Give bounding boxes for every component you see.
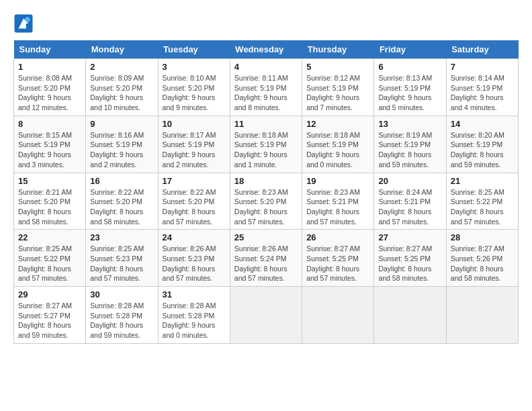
calendar-cell: 20Sunrise: 8:24 AMSunset: 5:21 PMDayligh… [374,173,446,230]
weekday-header-row: SundayMondayTuesdayWednesdayThursdayFrid… [14,40,519,59]
page-header [13,13,519,34]
calendar-cell: 11Sunrise: 8:18 AMSunset: 5:19 PMDayligh… [230,116,302,173]
day-info: Sunrise: 8:23 AMSunset: 5:20 PMDaylight:… [234,188,288,226]
calendar-cell: 27Sunrise: 8:27 AMSunset: 5:25 PMDayligh… [374,230,446,287]
day-number: 25 [234,232,298,242]
calendar-cell: 14Sunrise: 8:20 AMSunset: 5:19 PMDayligh… [446,116,518,173]
calendar-cell: 10Sunrise: 8:17 AMSunset: 5:19 PMDayligh… [158,116,230,173]
day-number: 28 [451,232,514,242]
day-info: Sunrise: 8:17 AMSunset: 5:19 PMDaylight:… [163,131,216,169]
day-info: Sunrise: 8:13 AMSunset: 5:19 PMDaylight:… [378,74,432,111]
day-info: Sunrise: 8:14 AMSunset: 5:19 PMDaylight:… [451,74,504,111]
day-number: 2 [90,62,153,72]
day-number: 15 [18,176,81,186]
day-info: Sunrise: 8:18 AMSunset: 5:19 PMDaylight:… [306,131,360,169]
day-info: Sunrise: 8:12 AMSunset: 5:19 PMDaylight:… [306,74,360,111]
calendar-cell: 12Sunrise: 8:18 AMSunset: 5:19 PMDayligh… [302,116,374,173]
calendar-cell: 25Sunrise: 8:26 AMSunset: 5:24 PMDayligh… [230,230,302,287]
calendar-cell: 26Sunrise: 8:27 AMSunset: 5:25 PMDayligh… [302,230,374,287]
day-info: Sunrise: 8:19 AMSunset: 5:19 PMDaylight:… [378,131,432,169]
day-number: 27 [378,232,441,242]
calendar-cell: 3Sunrise: 8:10 AMSunset: 5:20 PMDaylight… [158,59,230,116]
calendar-cell: 9Sunrise: 8:16 AMSunset: 5:19 PMDaylight… [86,116,158,173]
day-info: Sunrise: 8:09 AMSunset: 5:20 PMDaylight:… [90,74,144,111]
calendar-cell [374,287,446,344]
day-info: Sunrise: 8:23 AMSunset: 5:21 PMDaylight:… [306,188,360,226]
calendar-week-row: 8Sunrise: 8:15 AMSunset: 5:19 PMDaylight… [14,116,519,173]
calendar-week-row: 29Sunrise: 8:27 AMSunset: 5:27 PMDayligh… [14,287,519,344]
day-info: Sunrise: 8:11 AMSunset: 5:19 PMDaylight:… [234,74,288,111]
day-number: 22 [18,232,81,242]
calendar-cell: 13Sunrise: 8:19 AMSunset: 5:19 PMDayligh… [374,116,446,173]
day-info: Sunrise: 8:22 AMSunset: 5:20 PMDaylight:… [90,188,144,226]
day-number: 29 [18,289,81,300]
day-info: Sunrise: 8:10 AMSunset: 5:20 PMDaylight:… [163,74,216,111]
weekday-header: Tuesday [158,40,230,59]
day-info: Sunrise: 8:25 AMSunset: 5:22 PMDaylight:… [18,244,72,282]
weekday-header: Monday [86,40,158,59]
calendar-cell: 5Sunrise: 8:12 AMSunset: 5:19 PMDaylight… [302,59,374,116]
calendar-cell: 19Sunrise: 8:23 AMSunset: 5:21 PMDayligh… [302,173,374,230]
calendar-cell [230,287,302,344]
day-info: Sunrise: 8:20 AMSunset: 5:19 PMDaylight:… [451,131,504,169]
calendar-week-row: 22Sunrise: 8:25 AMSunset: 5:22 PMDayligh… [14,230,519,287]
day-number: 13 [378,119,441,129]
calendar-cell [446,287,518,344]
day-info: Sunrise: 8:28 AMSunset: 5:28 PMDaylight:… [90,302,144,339]
calendar-cell: 18Sunrise: 8:23 AMSunset: 5:20 PMDayligh… [230,173,302,230]
calendar-cell: 29Sunrise: 8:27 AMSunset: 5:27 PMDayligh… [14,287,86,344]
calendar-week-row: 1Sunrise: 8:08 AMSunset: 5:20 PMDaylight… [14,59,519,116]
day-number: 1 [18,62,81,72]
day-info: Sunrise: 8:25 AMSunset: 5:23 PMDaylight:… [90,244,144,282]
calendar-cell: 16Sunrise: 8:22 AMSunset: 5:20 PMDayligh… [86,173,158,230]
calendar-cell: 1Sunrise: 8:08 AMSunset: 5:20 PMDaylight… [14,59,86,116]
calendar-cell: 15Sunrise: 8:21 AMSunset: 5:20 PMDayligh… [14,173,86,230]
day-number: 26 [306,232,369,242]
day-info: Sunrise: 8:25 AMSunset: 5:22 PMDaylight:… [451,188,504,226]
weekday-header: Wednesday [230,40,302,59]
day-number: 3 [163,62,226,72]
calendar-cell: 17Sunrise: 8:22 AMSunset: 5:20 PMDayligh… [158,173,230,230]
day-number: 11 [234,119,298,129]
day-info: Sunrise: 8:28 AMSunset: 5:28 PMDaylight:… [163,302,216,339]
day-info: Sunrise: 8:08 AMSunset: 5:20 PMDaylight:… [18,74,72,111]
day-number: 16 [90,176,153,186]
calendar-cell: 8Sunrise: 8:15 AMSunset: 5:19 PMDaylight… [14,116,86,173]
day-number: 5 [306,62,369,72]
day-info: Sunrise: 8:18 AMSunset: 5:19 PMDaylight:… [234,131,288,169]
day-info: Sunrise: 8:27 AMSunset: 5:25 PMDaylight:… [378,244,432,282]
day-info: Sunrise: 8:27 AMSunset: 5:26 PMDaylight:… [451,244,504,282]
calendar-table: SundayMondayTuesdayWednesdayThursdayFrid… [13,40,519,344]
day-number: 4 [234,62,298,72]
logo-icon [13,13,34,34]
day-info: Sunrise: 8:21 AMSunset: 5:20 PMDaylight:… [18,188,72,226]
day-number: 21 [451,176,514,186]
day-number: 18 [234,176,298,186]
day-number: 19 [306,176,369,186]
day-info: Sunrise: 8:27 AMSunset: 5:25 PMDaylight:… [306,244,360,282]
calendar-cell: 7Sunrise: 8:14 AMSunset: 5:19 PMDaylight… [446,59,518,116]
day-info: Sunrise: 8:22 AMSunset: 5:20 PMDaylight:… [163,188,216,226]
weekday-header: Saturday [446,40,518,59]
calendar-cell: 2Sunrise: 8:09 AMSunset: 5:20 PMDaylight… [86,59,158,116]
calendar-cell: 31Sunrise: 8:28 AMSunset: 5:28 PMDayligh… [158,287,230,344]
weekday-header: Friday [374,40,446,59]
calendar-cell: 6Sunrise: 8:13 AMSunset: 5:19 PMDaylight… [374,59,446,116]
weekday-header: Thursday [302,40,374,59]
day-info: Sunrise: 8:27 AMSunset: 5:27 PMDaylight:… [18,302,72,339]
day-info: Sunrise: 8:16 AMSunset: 5:19 PMDaylight:… [90,131,144,169]
day-number: 6 [378,62,441,72]
day-info: Sunrise: 8:26 AMSunset: 5:24 PMDaylight:… [234,244,288,282]
day-number: 8 [18,119,81,129]
day-info: Sunrise: 8:26 AMSunset: 5:23 PMDaylight:… [163,244,216,282]
calendar-cell: 22Sunrise: 8:25 AMSunset: 5:22 PMDayligh… [14,230,86,287]
calendar-cell: 21Sunrise: 8:25 AMSunset: 5:22 PMDayligh… [446,173,518,230]
calendar-cell [302,287,374,344]
svg-point-2 [25,17,30,22]
calendar-cell: 28Sunrise: 8:27 AMSunset: 5:26 PMDayligh… [446,230,518,287]
calendar-week-row: 15Sunrise: 8:21 AMSunset: 5:20 PMDayligh… [14,173,519,230]
weekday-header: Sunday [14,40,86,59]
day-number: 20 [378,176,441,186]
day-number: 17 [163,176,226,186]
day-info: Sunrise: 8:15 AMSunset: 5:19 PMDaylight:… [18,131,72,169]
